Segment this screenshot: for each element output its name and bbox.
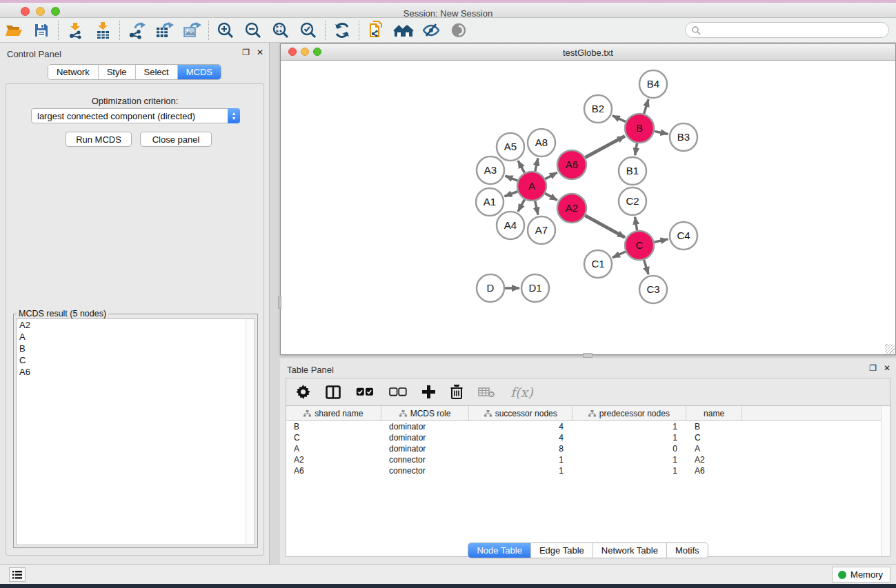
graph-edge-C-C1[interactable] bbox=[613, 252, 626, 258]
graph-node-B3[interactable]: B3 bbox=[670, 123, 697, 151]
table-options-gear-icon[interactable] bbox=[296, 385, 310, 399]
graph-node-C1[interactable]: C1 bbox=[584, 250, 612, 278]
graph-node-A2[interactable]: A2 bbox=[557, 194, 586, 223]
open-file-icon[interactable] bbox=[0, 19, 28, 41]
zoom-in-icon[interactable] bbox=[212, 19, 239, 41]
table-row-A[interactable]: Adominator80A bbox=[286, 443, 881, 454]
cell-predecessor-nodes[interactable]: 1 bbox=[573, 465, 687, 476]
graph-edge-A6-B[interactable] bbox=[585, 136, 625, 157]
tab-node-table[interactable]: Node Table bbox=[468, 543, 531, 558]
zoom-selected-icon[interactable] bbox=[295, 19, 322, 41]
close-panel-icon[interactable]: ✕ bbox=[257, 48, 263, 57]
delete-column-icon[interactable] bbox=[450, 385, 463, 399]
export-image-icon[interactable] bbox=[178, 19, 206, 41]
graph-node-A8[interactable]: A8 bbox=[528, 129, 555, 156]
save-session-icon[interactable] bbox=[28, 19, 55, 41]
graph-node-A7[interactable]: A7 bbox=[528, 216, 555, 244]
graph-edge-A-A7[interactable] bbox=[535, 201, 538, 214]
cell-shared-name[interactable]: A6 bbox=[286, 465, 381, 476]
cell-name[interactable]: C bbox=[687, 432, 744, 443]
graph-edge-B-B1[interactable] bbox=[635, 143, 637, 156]
float-panel-icon[interactable]: ❐ bbox=[869, 364, 877, 372]
memory-button[interactable]: Memory bbox=[832, 567, 890, 582]
graph-edge-A-A5[interactable] bbox=[518, 161, 525, 172]
column-header-name[interactable]: name bbox=[686, 406, 743, 421]
graph-edge-C-C3[interactable] bbox=[644, 260, 649, 274]
import-network-icon[interactable] bbox=[61, 19, 89, 41]
unselect-all-columns-icon[interactable] bbox=[389, 387, 407, 396]
cell-name[interactable]: B bbox=[687, 421, 744, 432]
create-column-icon[interactable] bbox=[422, 385, 435, 398]
cell-MCDS-role[interactable]: dominator bbox=[381, 432, 470, 443]
tab-mcds[interactable]: MCDS bbox=[178, 65, 221, 79]
cell-name[interactable]: A2 bbox=[687, 454, 744, 465]
cell-MCDS-role[interactable]: dominator bbox=[381, 421, 470, 432]
graph-edge-A2-C[interactable] bbox=[585, 216, 625, 238]
delete-table-icon[interactable] bbox=[478, 387, 495, 398]
graph-node-A[interactable]: A bbox=[517, 172, 546, 201]
splitter-handle-vertical[interactable] bbox=[278, 296, 281, 309]
cell-successor-nodes[interactable]: 1 bbox=[470, 454, 573, 465]
graph-edge-A-A3[interactable] bbox=[505, 176, 517, 181]
mcds-result-item[interactable]: A bbox=[17, 331, 255, 343]
list-scrollbar[interactable] bbox=[246, 319, 255, 545]
graph-node-A4[interactable]: A4 bbox=[497, 212, 524, 239]
cell-successor-nodes[interactable]: 8 bbox=[470, 443, 573, 454]
cell-shared-name[interactable]: A bbox=[286, 443, 381, 454]
graph-node-C4[interactable]: C4 bbox=[670, 222, 697, 250]
graph-node-A3[interactable]: A3 bbox=[477, 156, 504, 184]
cell-predecessor-nodes[interactable]: 0 bbox=[573, 443, 687, 454]
graph-node-A5[interactable]: A5 bbox=[497, 133, 524, 161]
zoom-out-icon[interactable] bbox=[239, 19, 267, 41]
mcds-result-item[interactable]: C bbox=[17, 354, 255, 366]
cell-predecessor-nodes[interactable]: 1 bbox=[573, 432, 687, 443]
graph-node-C[interactable]: C bbox=[625, 231, 654, 260]
mcds-result-item[interactable]: A6 bbox=[17, 366, 255, 378]
graph-edge-C-C4[interactable] bbox=[654, 239, 668, 242]
graph-node-B1[interactable]: B1 bbox=[619, 157, 646, 185]
tab-network[interactable]: Network bbox=[48, 65, 99, 79]
function-builder-icon[interactable]: f(x) bbox=[510, 385, 533, 400]
cell-predecessor-nodes[interactable]: 1 bbox=[573, 421, 687, 432]
search-field[interactable] bbox=[685, 22, 889, 38]
tab-motifs[interactable]: Motifs bbox=[667, 543, 708, 558]
network-from-file-icon[interactable] bbox=[362, 19, 390, 41]
cell-MCDS-role[interactable]: dominator bbox=[381, 443, 470, 454]
graph-edge-B-B3[interactable] bbox=[655, 131, 668, 134]
close-panel-icon[interactable]: ✕ bbox=[884, 364, 890, 372]
mcds-result-item[interactable]: A2 bbox=[17, 319, 255, 331]
graph-node-D[interactable]: D bbox=[477, 274, 504, 302]
cell-name[interactable]: A6 bbox=[687, 465, 744, 476]
graph-edge-B-B4[interactable] bbox=[644, 99, 649, 114]
graph-edge-A-A6[interactable] bbox=[545, 172, 557, 179]
cell-predecessor-nodes[interactable]: 1 bbox=[573, 454, 687, 465]
column-header-successor-nodes[interactable]: successor nodes bbox=[469, 406, 573, 421]
select-all-columns-icon[interactable] bbox=[356, 387, 374, 396]
cyndex-home-icon[interactable] bbox=[390, 19, 417, 41]
window-resize-grip[interactable] bbox=[885, 344, 895, 354]
graph-edge-C-C2[interactable] bbox=[635, 217, 637, 231]
criterion-dropdown[interactable]: largest connected component (directed) ▲… bbox=[31, 108, 240, 123]
mcds-result-item[interactable]: B bbox=[17, 343, 255, 354]
tab-edge-table[interactable]: Edge Table bbox=[531, 543, 593, 558]
mcds-result-list[interactable]: A2ABCA6 bbox=[16, 318, 255, 545]
graph-edge-A-A1[interactable] bbox=[505, 192, 518, 196]
graph-node-B2[interactable]: B2 bbox=[584, 95, 612, 123]
refresh-layout-icon[interactable] bbox=[328, 19, 356, 41]
tab-select[interactable]: Select bbox=[136, 65, 178, 79]
zoom-fit-icon[interactable] bbox=[267, 19, 295, 41]
graph-edge-A-A4[interactable] bbox=[518, 199, 525, 211]
task-history-button[interactable] bbox=[9, 567, 26, 582]
graph-edge-A-A8[interactable] bbox=[535, 158, 538, 171]
graph-node-D1[interactable]: D1 bbox=[521, 274, 549, 302]
search-input[interactable] bbox=[701, 26, 873, 35]
tab-style[interactable]: Style bbox=[99, 65, 136, 79]
graph-edge-B-B2[interactable] bbox=[613, 116, 626, 122]
graph-node-A1[interactable]: A1 bbox=[476, 188, 504, 216]
cell-MCDS-role[interactable]: connector bbox=[381, 454, 470, 465]
column-header-MCDS-role[interactable]: MCDS role bbox=[381, 406, 470, 421]
show-column-icon[interactable] bbox=[326, 385, 341, 399]
graph-node-B[interactable]: B bbox=[625, 114, 654, 143]
cell-shared-name[interactable]: C bbox=[286, 432, 381, 443]
export-table-icon[interactable] bbox=[150, 19, 178, 41]
